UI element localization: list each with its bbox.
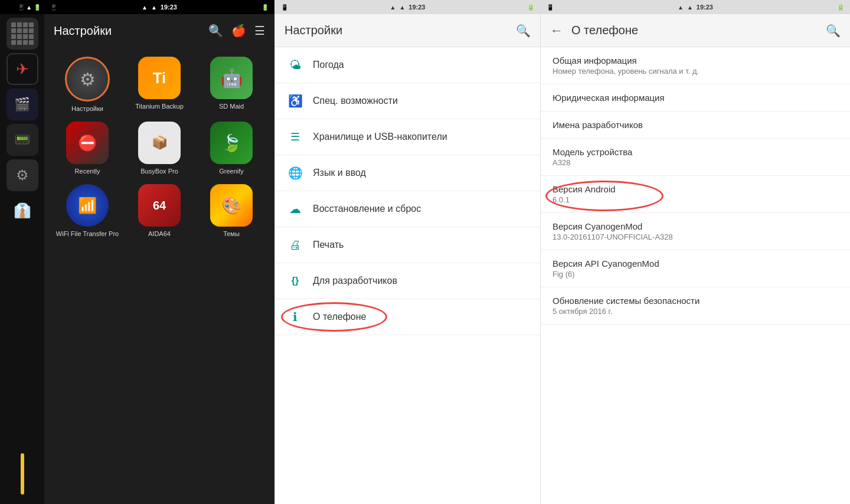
about-item-title-legal: Юридическая информация <box>552 93 838 103</box>
battery-icon-2: 🔋 <box>527 4 534 11</box>
app-label-greenify: Greenify <box>219 168 244 175</box>
settings-icon-print: 🖨 <box>287 237 303 253</box>
back-icon[interactable]: ← <box>550 23 563 38</box>
app-item-wifi-transfer[interactable]: 📶 WiFi File Transfer Pro <box>54 184 121 237</box>
battery-icon-1: 🔋 <box>261 4 269 11</box>
about-item-subtitle-cyanogenmod-api: Fig (6) <box>552 270 838 279</box>
settings-item-language[interactable]: 🌐 Язык и ввод <box>275 155 540 191</box>
about-item-title-model: Модель устройства <box>552 147 838 157</box>
time-display-2: 19:23 <box>408 4 425 11</box>
wifi-icon-2: ▲ <box>399 4 405 11</box>
settings-item-accessibility[interactable]: ♿ Спец. возможности <box>275 83 540 119</box>
settings-icon-accessibility: ♿ <box>287 93 303 109</box>
app-item-temy[interactable]: 🎨 Темы <box>198 184 265 237</box>
signal-icon-1: ▲ <box>142 4 148 11</box>
wifi-icon-3: ▲ <box>687 4 693 11</box>
wifi-status-icon-1: ▲ <box>151 4 157 11</box>
app-label-nastroyki: Настройки <box>71 105 103 112</box>
about-item-title-developers: Имена разработчиков <box>552 120 838 130</box>
app-drawer-sidebar: 📱 ▲ 🔋 ✈ 🎬 📟 ⚙ 👔 <box>0 0 44 504</box>
settings-label-about: О телефоне <box>313 312 366 322</box>
app-label-wifi-transfer: WiFi File Transfer Pro <box>56 230 119 237</box>
settings-item-about[interactable]: ℹ О телефоне <box>275 299 540 335</box>
about-item-subtitle-model: A328 <box>552 158 838 167</box>
settings-label-storage: Хранилище и USB-накопители <box>313 132 447 142</box>
settings-label-accessibility: Спец. возможности <box>313 96 398 106</box>
settings-icon-pogoda: 🌤 <box>287 57 303 73</box>
settings-panel-title: Настройки <box>54 24 200 38</box>
settings-item-print[interactable]: 🖨 Печать <box>275 227 540 263</box>
sidebar-suit-icon[interactable]: 👔 <box>6 195 38 227</box>
settings-icon-backup: ☁ <box>287 201 303 217</box>
app-label-titanium: Titanium Backup <box>135 103 184 110</box>
app-item-nastroyki[interactable]: ⚙ Настройки <box>54 57 121 112</box>
app-item-aida64[interactable]: 64 AIDA64 <box>126 184 193 237</box>
about-item-cyanogenmod-version[interactable]: Версия CyanogenMod 13.0-20161107-UNOFFIC… <box>541 213 850 250</box>
settings-list-title: Настройки <box>285 24 508 37</box>
about-item-legal[interactable]: Юридическая информация <box>541 84 850 112</box>
battery-icon-3: 🔋 <box>837 4 844 11</box>
app-item-sdmaid[interactable]: 🤖 SD Maid <box>198 57 265 112</box>
about-item-subtitle-general: Номер телефона, уровень сигнала и т. д. <box>552 67 838 76</box>
apple-icon[interactable]: 🍎 <box>231 24 246 38</box>
app-item-titanium[interactable]: Ti Titanium Backup <box>126 57 193 112</box>
settings-label-language: Язык и ввод <box>313 168 366 178</box>
settings-label-developer: Для разработчиков <box>313 276 397 286</box>
yellow-scroll-bar <box>21 453 24 495</box>
about-item-title-cyanogenmod: Версия CyanogenMod <box>552 221 838 231</box>
settings-label-pogoda: Погода <box>313 60 344 70</box>
about-item-android-version[interactable]: Версия Android 6.0.1 <box>541 176 850 213</box>
time-display-3: 19:23 <box>697 4 713 11</box>
search-icon-1[interactable]: 🔍 <box>208 24 223 38</box>
settings-item-pogoda[interactable]: 🌤 Погода <box>275 47 540 83</box>
app-label-aida64: AIDA64 <box>148 230 171 237</box>
sidebar-grid-icon[interactable] <box>6 18 38 50</box>
about-item-title-cyanogenmod-api: Версия API CyanogenMod <box>552 258 838 269</box>
signal-icon-2: ▲ <box>390 4 396 11</box>
sidebar-film-icon[interactable]: 🎬 <box>6 89 38 120</box>
settings-item-developer[interactable]: {} Для разработчиков <box>275 263 540 299</box>
about-item-model[interactable]: Модель устройства A328 <box>541 139 850 176</box>
settings-icon-language: 🌐 <box>287 165 303 181</box>
about-item-developers[interactable]: Имена разработчиков <box>541 112 850 139</box>
settings-icon-developer: {} <box>287 273 303 289</box>
notification-icon-1: 📱 <box>50 4 57 11</box>
settings-icon-storage: ☰ <box>287 129 303 145</box>
settings-label-backup: Восстановление и сброс <box>313 204 421 214</box>
about-panel-title: О телефоне <box>571 24 818 37</box>
settings-list-panel: 📱 ▲ ▲ 19:23 🔋 Настройки 🔍 🌤 Погода ♿ Сп <box>274 0 540 504</box>
settings-app-panel: 📱 ▲ ▲ 19:23 🔋 Настройки 🔍 🍎 ☰ <box>44 0 274 504</box>
sidebar-gear-icon[interactable]: ⚙ <box>6 159 38 191</box>
menu-icon-1[interactable]: ☰ <box>254 24 265 38</box>
settings-item-storage[interactable]: ☰ Хранилище и USB-накопители <box>275 119 540 155</box>
about-item-title-security: Обновление системы безопасности <box>552 296 838 306</box>
app-item-busybox[interactable]: 📦 BusyBox Pro <box>126 122 193 175</box>
time-display-1: 19:23 <box>161 4 177 11</box>
search-icon-3[interactable]: 🔍 <box>826 24 841 38</box>
app-item-recently[interactable]: ⛔ Recently <box>54 122 121 175</box>
sidebar-compass-icon[interactable]: ✈ <box>6 53 38 85</box>
search-icon-2[interactable]: 🔍 <box>516 24 531 38</box>
notification-icon-3: 📱 <box>547 4 554 11</box>
about-item-title-android: Версия Android <box>552 184 838 194</box>
settings-icon-about: ℹ <box>287 309 303 325</box>
status-bar-left-1: 📱 <box>50 4 57 11</box>
about-item-title-general: Общая информация <box>552 55 838 66</box>
app-label-temy: Темы <box>223 230 240 237</box>
settings-item-backup[interactable]: ☁ Восстановление и сброс <box>275 191 540 227</box>
app-label-recently: Recently <box>75 168 100 175</box>
about-item-subtitle-security: 5 октября 2016 г. <box>552 307 838 316</box>
sidebar-clock-icon[interactable]: 📟 <box>6 124 38 156</box>
notification-icon-2: 📱 <box>281 4 288 11</box>
signal-icon-3: ▲ <box>678 4 684 11</box>
about-item-security-update[interactable]: Обновление системы безопасности 5 октябр… <box>541 287 850 325</box>
settings-label-print: Печать <box>313 240 344 250</box>
about-item-general[interactable]: Общая информация Номер телефона, уровень… <box>541 47 850 84</box>
app-label-busybox: BusyBox Pro <box>140 168 178 175</box>
about-item-cyanogenmod-api[interactable]: Версия API CyanogenMod Fig (6) <box>541 250 850 287</box>
about-item-subtitle-android: 6.0.1 <box>552 195 838 204</box>
about-item-subtitle-cyanogenmod: 13.0-20161107-UNOFFICIAL-A328 <box>552 233 838 241</box>
app-label-sdmaid: SD Maid <box>219 103 244 110</box>
about-phone-panel: 📱 ▲ ▲ 19:23 🔋 ← О телефоне 🔍 Общая инфор… <box>540 0 850 504</box>
app-item-greenify[interactable]: 🍃 Greenify <box>198 122 265 175</box>
